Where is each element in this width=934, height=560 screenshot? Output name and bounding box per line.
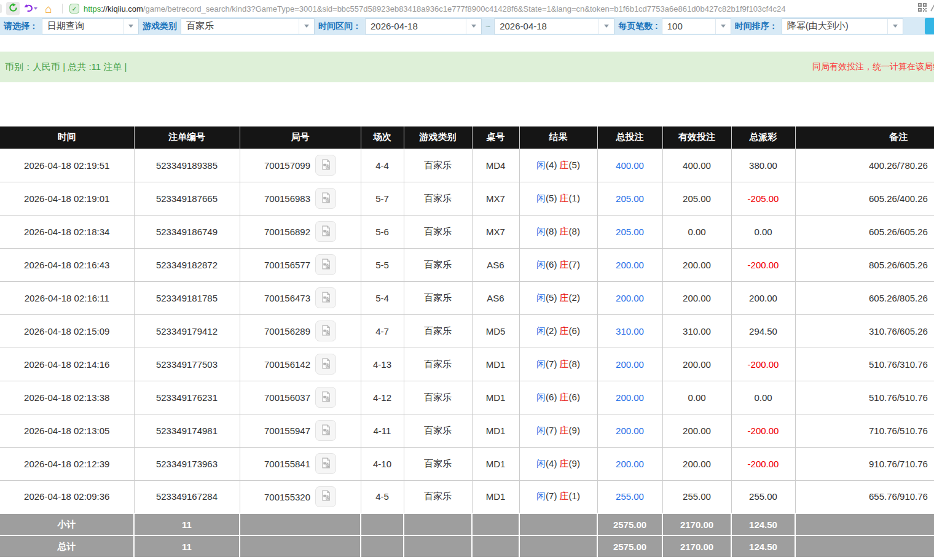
total-bet-link[interactable]: 255.00 [616,491,644,502]
table-row: 2026-04-18 02:09:36523349167284700155320… [0,480,934,513]
cell-result: 闲(6) 庄(6) [519,381,597,414]
total-bet-link[interactable]: 200.00 [616,293,644,303]
table-row: 2026-04-18 02:19:01523349187665700156983… [0,182,934,215]
summary-cell [361,535,404,558]
cell-round: 700155320 [240,480,361,513]
toolbar-divider [62,4,63,14]
round-number: 700156289 [264,326,310,336]
chevron-down-icon[interactable] [299,19,314,34]
result-player-score: (6) [546,259,557,270]
total-bet-link[interactable]: 205.00 [616,227,644,237]
video-replay-button[interactable] [315,420,336,441]
sort-order-select[interactable]: 降幂(由大到小) [782,18,903,34]
home-button[interactable]: ⌂ [42,2,55,15]
reload-icon [9,3,18,15]
result-banker-score: (1) [569,193,580,203]
game-type-select[interactable]: 百家乐 [181,18,315,34]
total-bet-link[interactable]: 400.00 [616,160,644,171]
cell-result: 闲(5) 庄(1) [519,182,597,215]
total-bet-link[interactable]: 200.00 [616,426,644,436]
security-shield-icon[interactable]: ✓ [69,4,79,14]
cell-session: 4-12 [361,381,404,414]
video-replay-button[interactable] [315,321,336,341]
video-replay-button[interactable] [315,287,336,308]
total-bet-link[interactable]: 200.00 [616,392,644,403]
summary-cell [472,513,519,535]
cell-table: AS6 [472,248,519,281]
summary-cell [795,513,934,535]
cell-bet-id: 523349181785 [134,281,240,314]
result-banker: 庄 [560,160,569,170]
search-button[interactable]: 查询 [925,18,934,34]
result-player: 闲 [536,259,546,270]
result-player: 闲 [536,325,546,336]
cell-total-bet: 200.00 [597,248,662,281]
video-replay-button[interactable] [315,254,336,275]
video-replay-button[interactable] [315,486,336,507]
cell-time: 2026-04-18 02:19:51 [0,149,134,182]
video-replay-button[interactable] [315,155,336,176]
undo-button[interactable] [24,2,37,15]
cell-bet-id: 523349167284 [134,480,240,513]
cell-payout: -200.00 [731,414,795,447]
date-from-value: 2026-04-18 [366,19,466,34]
video-replay-button[interactable] [315,354,336,375]
chevron-down-icon[interactable] [123,19,138,34]
chevron-down-icon[interactable] [466,19,481,34]
date-to-select[interactable]: 2026-04-18 [494,18,614,34]
cell-round: 700156983 [240,182,361,215]
video-replay-button[interactable] [315,188,336,209]
cell-bet-id: 523349173963 [134,447,240,480]
cell-result: 闲(4) 庄(9) [519,447,597,480]
page-size-select[interactable]: 100 [662,18,731,34]
video-record-icon [320,158,332,173]
date-from-select[interactable]: 2026-04-18 [365,18,482,34]
total-bet-link[interactable]: 205.00 [616,193,644,204]
video-replay-button[interactable] [315,221,336,242]
cutoff-bookmark-icon[interactable] [930,3,934,14]
cell-table: MD1 [472,381,519,414]
chevron-down-icon[interactable] [715,19,731,34]
qr-code-icon[interactable] [918,3,927,14]
summary-row-subtotal: 小计112575.002170.00124.50 [0,513,934,535]
total-bet-link[interactable]: 200.00 [616,359,644,370]
video-record-icon [320,457,332,471]
cell-bet-id: 523349182872 [134,248,240,281]
query-mode-select[interactable]: 日期查询 [42,18,139,34]
video-record-icon [320,291,332,305]
summary-cell: 124.50 [731,513,795,535]
total-bet-link[interactable]: 310.00 [616,326,644,336]
url-host: ://kiqiiu.com [101,4,143,14]
round-number: 700156892 [264,227,310,237]
chevron-down-icon[interactable] [598,19,614,34]
total-bet-link[interactable]: 200.00 [616,260,644,270]
reload-button[interactable] [6,2,20,15]
result-banker: 庄 [560,325,569,336]
cell-game-type: 百家乐 [404,215,472,248]
chevron-down-icon[interactable] [887,19,903,34]
cell-game-type: 百家乐 [404,182,472,215]
total-bet-link[interactable]: 200.00 [616,459,644,469]
cell-result: 闲(7) 庄(8) [519,348,597,381]
summary-cell [519,535,597,558]
result-banker: 庄 [560,193,569,203]
cell-time: 2026-04-18 02:14:16 [0,348,134,381]
cell-total-bet: 400.00 [597,149,662,182]
video-replay-button[interactable] [315,387,336,408]
cell-result: 闲(5) 庄(2) [519,281,597,314]
result-banker-score: (9) [569,458,580,469]
result-player-score: (2) [546,325,557,336]
cell-session: 4-5 [361,480,404,513]
cell-result: 闲(7) 庄(9) [519,414,597,447]
cell-bet-id: 523349174981 [134,414,240,447]
address-bar[interactable]: https://kiqiiu.com/game/betrecord_search… [84,4,914,14]
result-banker-score: (7) [569,259,580,270]
result-banker-score: (6) [569,325,580,336]
video-replay-button[interactable] [315,453,336,474]
cell-session: 4-10 [361,447,404,480]
undo-icon [24,3,33,15]
undo-menu-caret-icon[interactable] [34,7,37,10]
table-row: 2026-04-18 02:12:39523349173963700155841… [0,447,934,480]
cell-payout: -200.00 [731,348,795,381]
round-number: 700156473 [264,293,310,303]
